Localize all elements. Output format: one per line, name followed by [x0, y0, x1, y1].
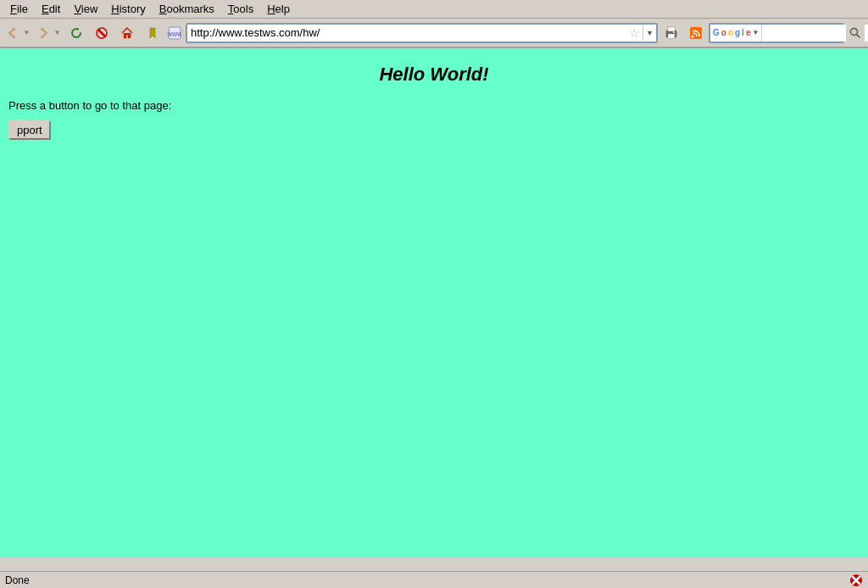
forward-button[interactable] [34, 21, 53, 45]
page-subtitle: Press a button to go to that page: [8, 99, 860, 112]
search-go-button[interactable] [846, 23, 865, 43]
toolbar: ▼ ▼ [0, 19, 868, 47]
svg-line-1 [98, 30, 105, 36]
menu-file[interactable]: File [3, 1, 35, 17]
stop-button[interactable] [90, 21, 114, 45]
svg-rect-5 [668, 34, 675, 38]
reload-button[interactable] [64, 21, 88, 45]
page-heading: Hello World! [8, 64, 860, 86]
menu-view[interactable]: View [67, 1, 104, 17]
search-engine-button[interactable]: Google ▼ [710, 25, 762, 42]
back-dropdown[interactable]: ▼ [22, 21, 32, 45]
back-nav: ▼ [3, 21, 32, 45]
forward-nav: ▼ [34, 21, 63, 45]
menu-history[interactable]: History [104, 1, 152, 17]
search-box: Google ▼ [709, 23, 844, 43]
svg-rect-6 [668, 27, 675, 31]
rss-button[interactable] [685, 21, 707, 45]
url-bar: ☆ ▼ [186, 23, 658, 43]
pport-button[interactable]: pport [8, 120, 51, 140]
url-dropdown[interactable]: ▼ [643, 25, 656, 42]
address-bar: www ☆ ▼ [166, 21, 707, 45]
search-bar: Google ▼ [709, 23, 865, 43]
menu-bar: File Edit View History Bookmarks Tools H… [0, 0, 868, 19]
back-button[interactable] [3, 21, 22, 45]
menu-edit[interactable]: Edit [35, 1, 67, 17]
page-title: Hello World! [8, 64, 860, 86]
menu-bookmarks[interactable]: Bookmarks [153, 1, 221, 17]
forward-dropdown[interactable]: ▼ [53, 21, 63, 45]
location-icon: www [166, 25, 183, 42]
svg-rect-7 [673, 31, 675, 33]
menu-tools[interactable]: Tools [221, 1, 260, 17]
url-input[interactable] [187, 25, 626, 42]
print-button[interactable] [660, 21, 682, 45]
bookmark-button[interactable] [141, 21, 164, 45]
url-star-icon[interactable]: ☆ [626, 26, 643, 40]
home-button[interactable] [115, 21, 139, 45]
svg-text:www: www [168, 30, 181, 38]
svg-point-9 [692, 35, 694, 37]
page-content: Hello World! Press a button to go to tha… [0, 48, 868, 557]
menu-help[interactable]: Help [260, 1, 297, 17]
svg-line-11 [857, 34, 860, 37]
